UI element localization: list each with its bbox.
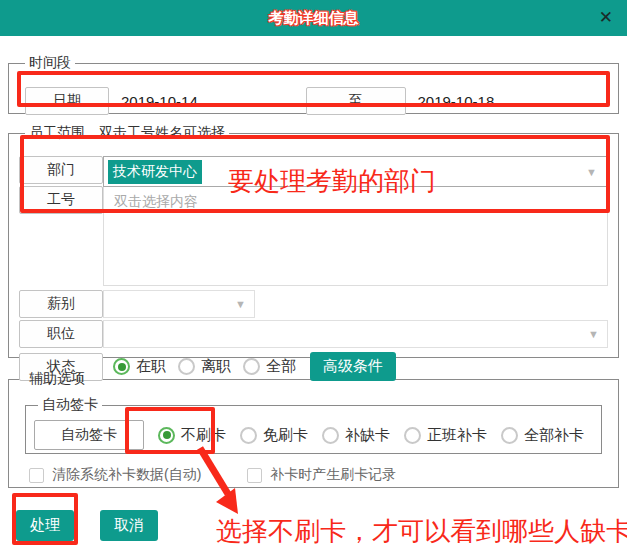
radio-fill-missing[interactable]: 补缺卡 — [322, 426, 390, 445]
department-combobox[interactable]: 技术研发中心 ▼ — [103, 156, 608, 187]
checkbox-icon — [29, 468, 44, 483]
radio-label: 不刷卡 — [181, 426, 226, 445]
time-period-legend: 时间段 — [25, 54, 75, 72]
radio-icon — [113, 358, 130, 375]
footer-actions: 处理 取消 — [16, 510, 627, 541]
checkbox-label: 补卡时产生刷卡记录 — [270, 466, 396, 484]
salary-dropdown[interactable]: ▼ — [103, 290, 255, 318]
to-label: 至 — [306, 87, 406, 115]
department-selected-tag[interactable]: 技术研发中心 — [108, 160, 202, 184]
auto-sign-button[interactable]: 自动签卡 — [34, 420, 144, 450]
radio-status-resigned[interactable]: 离职 — [178, 357, 231, 376]
employee-content-box[interactable]: 技术研发中心 ▼ 双击选择内容 — [103, 156, 608, 286]
radio-all-makeup[interactable]: 全部补卡 — [501, 426, 584, 445]
radio-label: 免刷卡 — [263, 426, 308, 445]
date-range-row: 日期 2019-10-14 至 2019-10-18 — [25, 86, 602, 116]
radio-regular-makeup[interactable]: 正班补卡 — [404, 426, 487, 445]
attendance-dialog: 考勤详细信息 ✕ 时间段 日期 2019-10-14 至 2019-10-18 … — [0, 0, 627, 560]
employee-label-column: 部门 工号 — [19, 156, 103, 286]
radio-free-swipe[interactable]: 免刷卡 — [240, 426, 308, 445]
close-icon[interactable]: ✕ — [599, 7, 613, 29]
position-dropdown[interactable]: ▼ — [103, 320, 608, 348]
start-date-field[interactable]: 2019-10-14 — [109, 93, 306, 110]
radio-icon — [501, 427, 518, 444]
chevron-down-icon[interactable]: ▼ — [588, 328, 599, 340]
radio-icon — [322, 427, 339, 444]
auxiliary-options-section: 辅助选项 自动签卡 自动签卡 不刷卡 免刷卡 补缺卡 — [8, 370, 619, 488]
department-label: 部门 — [19, 156, 103, 184]
checkbox-generate-swipe-record[interactable]: 补卡时产生刷卡记录 — [247, 466, 396, 484]
swipe-radio-group: 不刷卡 免刷卡 补缺卡 正班补卡 — [144, 426, 584, 445]
radio-label: 补缺卡 — [345, 426, 390, 445]
position-row: 职位 ▼ — [19, 320, 608, 348]
cancel-button[interactable]: 取消 — [100, 510, 158, 541]
checkbox-label: 清除系统补卡数据(自动) — [52, 466, 201, 484]
radio-icon — [240, 427, 257, 444]
radio-label: 全部 — [266, 357, 296, 376]
advanced-conditions-button[interactable]: 高级条件 — [310, 352, 396, 381]
radio-label: 正班补卡 — [427, 426, 487, 445]
radio-icon — [404, 427, 421, 444]
radio-label: 在职 — [136, 357, 166, 376]
employee-id-label: 工号 — [19, 186, 103, 214]
auto-sign-section: 自动签卡 自动签卡 不刷卡 免刷卡 补缺卡 — [25, 396, 602, 454]
checkbox-clear-system-data[interactable]: 清除系统补卡数据(自动) — [29, 466, 201, 484]
auxiliary-options-legend: 辅助选项 — [25, 370, 89, 388]
radio-icon — [243, 358, 260, 375]
checkbox-icon — [247, 468, 262, 483]
salary-label: 薪别 — [19, 290, 103, 318]
employee-range-section: 员工范围，双击工号姓名可选择 部门 工号 技术研发中心 ▼ 双击选择内容 薪别 … — [8, 124, 619, 358]
auto-sign-row: 自动签卡 不刷卡 免刷卡 补缺卡 — [34, 420, 593, 450]
employee-id-input[interactable]: 双击选择内容 — [104, 187, 607, 217]
date-label: 日期 — [25, 87, 109, 115]
salary-row: 薪别 ▼ — [19, 290, 608, 318]
process-button[interactable]: 处理 — [16, 510, 74, 541]
radio-label: 全部补卡 — [524, 426, 584, 445]
aux-checkbox-row: 清除系统补卡数据(自动) 补卡时产生刷卡记录 — [29, 466, 608, 484]
dialog-title: 考勤详细信息 — [269, 9, 359, 28]
radio-label: 离职 — [201, 357, 231, 376]
radio-status-all[interactable]: 全部 — [243, 357, 296, 376]
chevron-down-icon[interactable]: ▼ — [235, 298, 246, 310]
radio-icon — [158, 427, 175, 444]
radio-no-swipe[interactable]: 不刷卡 — [158, 426, 226, 445]
position-label: 职位 — [19, 320, 103, 348]
end-date-field[interactable]: 2019-10-18 — [406, 93, 603, 110]
auto-sign-legend: 自动签卡 — [38, 396, 102, 414]
employee-selector: 部门 工号 技术研发中心 ▼ 双击选择内容 — [19, 156, 608, 286]
chevron-down-icon[interactable]: ▼ — [586, 166, 597, 178]
radio-icon — [178, 358, 195, 375]
radio-status-employed[interactable]: 在职 — [113, 357, 166, 376]
time-period-section: 时间段 日期 2019-10-14 至 2019-10-18 — [8, 54, 619, 114]
dialog-titlebar: 考勤详细信息 ✕ — [0, 0, 627, 36]
employee-range-legend: 员工范围，双击工号姓名可选择 — [25, 124, 229, 142]
